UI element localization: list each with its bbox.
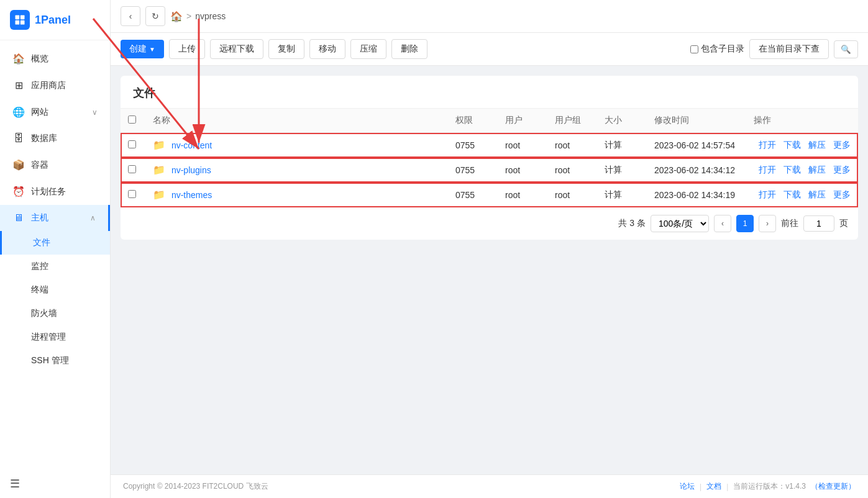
row-op-open-1[interactable]: 打开 [759, 140, 776, 150]
row-op-download-3[interactable]: 下载 [783, 189, 801, 199]
row-ops-1: 打开 下载 解压 更多 [746, 133, 858, 158]
folder-name-1[interactable]: nv-content [171, 140, 212, 150]
row-op-download-1[interactable]: 下载 [783, 140, 801, 150]
host-icon: 🖥 [12, 212, 25, 224]
row-op-more-3[interactable]: 更多 [833, 189, 851, 199]
per-page-select[interactable]: 100条/页 [651, 215, 709, 232]
current-page: 1 [743, 219, 747, 228]
sidebar-sub-item-ssh[interactable]: SSH 管理 [0, 349, 110, 373]
sidebar-item-database-label: 数据库 [31, 133, 57, 144]
prev-page-button[interactable]: ‹ [714, 215, 731, 232]
sidebar-sub-item-terminal[interactable]: 终端 [0, 278, 110, 302]
row-group-3[interactable]: root [547, 183, 597, 207]
col-check [121, 109, 145, 133]
sidebar-sub-item-process[interactable]: 进程管理 [0, 325, 110, 349]
row-user-3[interactable]: root [498, 183, 547, 207]
row-perm-2[interactable]: 0755 [448, 158, 498, 183]
website-icon: 🌐 [12, 106, 25, 118]
upload-button[interactable]: 上传 [169, 39, 205, 59]
row-checkbox-1[interactable] [128, 140, 136, 148]
folder-icon-3: 📁 [153, 189, 165, 200]
sidebar-sub-item-monitor[interactable]: 监控 [0, 255, 110, 278]
refresh-button[interactable]: ↻ [145, 6, 165, 26]
breadcrumb-toolbar: ‹ ↻ 🏠 > nvpress [111, 0, 868, 33]
sidebar-item-host-label: 主机 [31, 212, 48, 224]
sidebar-item-overview[interactable]: 🏠 概览 [0, 45, 110, 72]
download-dir-button[interactable]: 在当前目录下查 [749, 39, 829, 59]
logo-text: 1Panel [35, 14, 71, 27]
include-subdir-checkbox[interactable] [690, 45, 698, 53]
delete-label: 删除 [401, 43, 418, 53]
row-op-open-2[interactable]: 打开 [759, 165, 776, 174]
folder-name-2[interactable]: nv-plugins [171, 165, 211, 175]
dropdown-icon: ▼ [149, 46, 155, 53]
row-op-decompress-3[interactable]: 解压 [808, 189, 826, 199]
sidebar-item-appstore[interactable]: ⊞ 应用商店 [0, 72, 110, 99]
include-subdir-label[interactable]: 包含子目录 [690, 43, 744, 55]
row-perm-3[interactable]: 0755 [448, 183, 498, 207]
home-icon: 🏠 [12, 53, 25, 65]
row-ops-2: 打开 下载 解压 更多 [746, 158, 858, 183]
row-time-1: 2023-06-02 14:57:54 [647, 133, 746, 158]
create-label: 创建 [129, 43, 147, 55]
row-user-2[interactable]: root [498, 158, 547, 183]
row-time-2: 2023-06-02 14:34:12 [647, 158, 746, 183]
row-size-1[interactable]: 计算 [597, 133, 647, 158]
footer-check-update[interactable]: （检查更新） [811, 481, 856, 492]
row-check-2 [121, 158, 145, 183]
sidebar-sub-item-files[interactable]: 文件 [0, 231, 110, 255]
footer-sep-1: | [700, 482, 701, 491]
sidebar-sub-item-process-label: 进程管理 [31, 332, 66, 343]
row-group-1[interactable]: root [547, 133, 597, 158]
row-checkbox-2[interactable] [128, 165, 136, 173]
row-perm-1[interactable]: 0755 [448, 133, 498, 158]
sidebar-sub-item-firewall[interactable]: 防火墙 [0, 302, 110, 325]
search-button[interactable]: 🔍 [834, 40, 858, 58]
main-area: ‹ ↻ 🏠 > nvpress 创建 ▼ 上传 远程下载 复制 移动 压缩 [111, 0, 868, 498]
footer: Copyright © 2014-2023 FIT2CLOUD 飞致云 论坛 |… [111, 474, 868, 498]
sidebar-toggle[interactable]: ☰ [0, 469, 110, 498]
row-op-open-3[interactable]: 打开 [759, 189, 776, 199]
folder-name-3[interactable]: nv-themes [171, 190, 212, 200]
breadcrumb-separator: > [186, 11, 191, 21]
sidebar-item-website[interactable]: 🌐 网站 ∨ [0, 99, 110, 125]
row-check-1 [121, 133, 145, 158]
create-button[interactable]: 创建 ▼ [121, 40, 164, 58]
row-op-decompress-2[interactable]: 解压 [808, 165, 826, 174]
compress-button[interactable]: 压缩 [350, 39, 386, 59]
sidebar-item-cron[interactable]: ⏰ 计划任务 [0, 178, 110, 205]
row-op-more-1[interactable]: 更多 [833, 140, 851, 150]
compress-label: 压缩 [360, 43, 377, 53]
next-page-button[interactable]: › [759, 215, 776, 232]
sidebar-item-container[interactable]: 📦 容器 [0, 152, 110, 178]
sidebar-item-database[interactable]: 🗄 数据库 [0, 125, 110, 152]
row-group-2[interactable]: root [547, 158, 597, 183]
action-bar-right: 包含子目录 在当前目录下查 🔍 [690, 39, 858, 59]
row-op-download-2[interactable]: 下载 [783, 165, 801, 174]
footer-link-forum[interactable]: 论坛 [680, 481, 695, 492]
back-button[interactable]: ‹ [121, 6, 140, 26]
footer-link-docs[interactable]: 文档 [706, 481, 721, 492]
move-button[interactable]: 移动 [309, 39, 345, 59]
row-op-decompress-1[interactable]: 解压 [808, 140, 826, 150]
chevron-down-icon: ∨ [92, 108, 98, 117]
next-icon: › [766, 219, 769, 228]
row-op-more-2[interactable]: 更多 [833, 165, 851, 174]
breadcrumb-nvpress[interactable]: nvpress [195, 11, 226, 21]
database-icon: 🗄 [12, 133, 25, 144]
row-size-3[interactable]: 计算 [597, 183, 647, 207]
remote-download-button[interactable]: 远程下载 [210, 39, 263, 59]
sidebar-item-host[interactable]: 🖥 主机 ∧ [0, 205, 110, 231]
select-all-checkbox[interactable] [128, 115, 136, 124]
col-time-header: 修改时间 [647, 109, 746, 133]
copy-button[interactable]: 复制 [268, 39, 304, 59]
home-breadcrumb-icon[interactable]: 🏠 [170, 11, 183, 22]
breadcrumb: 🏠 > nvpress [170, 11, 858, 22]
row-user-1[interactable]: root [498, 133, 547, 158]
goto-page-input[interactable] [803, 215, 834, 232]
chevron-up-icon: ∧ [90, 214, 96, 222]
row-checkbox-3[interactable] [128, 190, 136, 198]
row-size-2[interactable]: 计算 [597, 158, 647, 183]
delete-button[interactable]: 删除 [391, 39, 427, 59]
current-page-button[interactable]: 1 [736, 215, 754, 232]
